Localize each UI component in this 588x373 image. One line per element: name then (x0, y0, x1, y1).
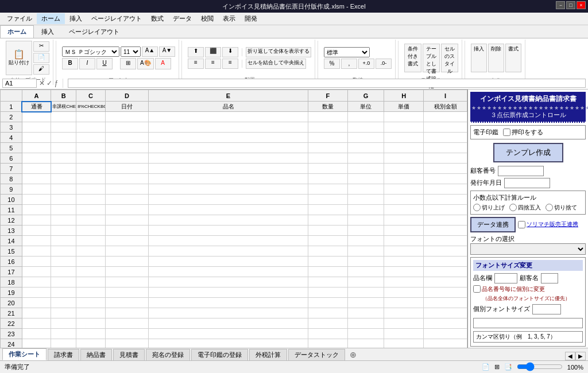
cell-h6[interactable] (384, 153, 423, 164)
paste-button[interactable]: 📋 貼り付け (6, 41, 32, 75)
align-left-button[interactable]: ≡ (188, 59, 204, 69)
cell-b22[interactable] (51, 318, 76, 329)
cell-f8[interactable] (308, 174, 347, 184)
cell-i9[interactable] (424, 184, 467, 195)
cell-d17[interactable] (105, 267, 149, 277)
cell-d2[interactable] (105, 112, 149, 122)
cell-g3[interactable] (347, 122, 384, 133)
cell-g19[interactable] (347, 287, 384, 298)
cell-d22[interactable] (105, 318, 149, 329)
font-size-select[interactable]: 11 (121, 46, 141, 57)
cell-h3[interactable] (384, 122, 423, 133)
col-header-e[interactable]: E (149, 90, 308, 102)
cell-style-button[interactable]: セルのスタイル (441, 44, 458, 72)
cell-a22[interactable] (22, 318, 51, 329)
cell-d16[interactable] (105, 257, 149, 267)
cell-h5[interactable] (384, 143, 423, 153)
row-header-7[interactable]: 7 (1, 164, 22, 174)
cell-b6[interactable] (51, 153, 76, 164)
round-down-label[interactable]: 切り捨て (546, 204, 577, 212)
cell-f23[interactable] (308, 329, 347, 339)
cell-c20[interactable] (76, 298, 105, 308)
cell-h16[interactable] (384, 257, 423, 267)
sorimachi-checkbox-label[interactable]: ソリマチ販売王連携 (518, 220, 578, 228)
wrap-text-button[interactable]: 折り返して全体を表示する (246, 47, 311, 57)
row-header-24[interactable]: 24 (1, 339, 22, 348)
cell-e3[interactable] (149, 122, 308, 133)
cell-c3[interactable] (76, 122, 105, 133)
cell-f7[interactable] (308, 164, 347, 174)
cell-f22[interactable] (308, 318, 347, 329)
cell-i13[interactable] (424, 226, 467, 236)
cell-e11[interactable] (149, 205, 308, 215)
menu-developer[interactable]: 開発 (240, 13, 262, 24)
merge-center-button[interactable]: セルを結合して中央揃え (246, 59, 306, 69)
cell-f6[interactable] (308, 153, 347, 164)
cell-a8[interactable] (22, 174, 51, 184)
cell-a1[interactable]: 通番 (22, 102, 51, 112)
cell-g15[interactable] (347, 246, 384, 257)
row-header-6[interactable]: 6 (1, 153, 22, 164)
delete-cell-button[interactable]: 削除 (488, 44, 504, 72)
row-header-18[interactable]: 18 (1, 277, 22, 287)
cell-h24[interactable] (384, 339, 423, 348)
menu-review[interactable]: 校閲 (196, 13, 218, 24)
cell-h4[interactable] (384, 133, 423, 143)
cell-g6[interactable] (347, 153, 384, 164)
col-header-b[interactable]: B (51, 90, 76, 102)
format-cell-button[interactable]: 書式 (505, 44, 521, 72)
cell-e18[interactable] (149, 277, 308, 287)
sheet-tab-1[interactable]: 請求書 (48, 349, 79, 360)
col-header-f[interactable]: F (308, 90, 347, 102)
align-top-button[interactable]: ⬆ (188, 47, 204, 57)
cell-d13[interactable] (105, 226, 149, 236)
cell-f9[interactable] (308, 184, 347, 195)
cell-a20[interactable] (22, 298, 51, 308)
sheet-tab-4[interactable]: 宛名の登録 (146, 349, 190, 360)
cell-h22[interactable] (384, 318, 423, 329)
cell-f13[interactable] (308, 226, 347, 236)
cell-b7[interactable] (51, 164, 76, 174)
cell-f20[interactable] (308, 298, 347, 308)
font-select-dropdown[interactable] (470, 243, 586, 255)
cell-f4[interactable] (308, 133, 347, 143)
cell-i2[interactable] (424, 112, 467, 122)
number-format-select[interactable]: 標準 (324, 47, 370, 57)
row-header-12[interactable]: 12 (1, 215, 22, 226)
cell-e1[interactable]: 品名 (149, 102, 308, 112)
individual-font-size-input[interactable] (532, 304, 561, 314)
cell-i11[interactable] (424, 205, 467, 215)
cell-b5[interactable] (51, 143, 76, 153)
decimal-decrease-button[interactable]: .0- (376, 59, 392, 69)
format-painter-button[interactable]: 🖌 (33, 64, 49, 75)
cell-i21[interactable] (424, 308, 467, 318)
cell-b18[interactable] (51, 277, 76, 287)
col-header-a[interactable]: A (22, 90, 51, 102)
copy-button[interactable]: 📄 (33, 53, 49, 63)
menu-home[interactable]: ホーム (37, 13, 65, 24)
cell-c19[interactable] (76, 287, 105, 298)
cell-f16[interactable] (308, 257, 347, 267)
row-header-14[interactable]: 14 (1, 236, 22, 246)
cell-g8[interactable] (347, 174, 384, 184)
round-up-radio[interactable] (473, 204, 481, 211)
row-header-13[interactable]: 13 (1, 226, 22, 236)
cell-c12[interactable] (76, 215, 105, 226)
cell-e22[interactable] (149, 318, 308, 329)
align-center-button[interactable]: ≡ (205, 59, 221, 69)
cell-b15[interactable] (51, 246, 76, 257)
menu-formula[interactable]: 数式 (146, 13, 168, 24)
table-format-button[interactable]: テーブルとして書式設定 (423, 44, 440, 72)
cell-a10[interactable] (22, 195, 51, 205)
cell-f24[interactable] (308, 339, 347, 348)
cell-d4[interactable] (105, 133, 149, 143)
insert-cell-button[interactable]: 挿入 (471, 44, 487, 72)
cell-g10[interactable] (347, 195, 384, 205)
cell-h15[interactable] (384, 246, 423, 257)
cell-e9[interactable] (149, 184, 308, 195)
zoom-slider[interactable] (517, 362, 563, 372)
row-header-10[interactable]: 10 (1, 195, 22, 205)
cell-g11[interactable] (347, 205, 384, 215)
cell-b14[interactable] (51, 236, 76, 246)
cell-b4[interactable] (51, 133, 76, 143)
